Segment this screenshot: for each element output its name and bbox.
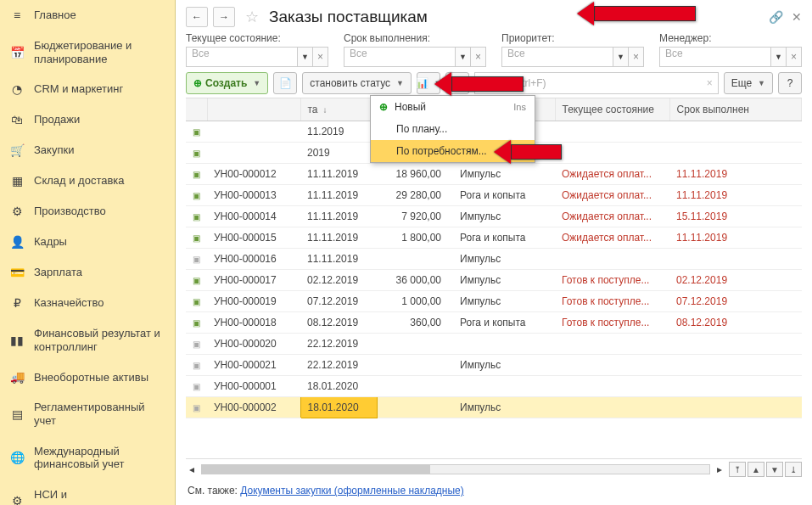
chevron-down-icon[interactable]: ▼ [298, 47, 313, 67]
clear-icon[interactable]: × [313, 47, 328, 67]
factory-icon: ⚙ [10, 205, 24, 218]
nav-down-button[interactable]: ▼ [766, 462, 783, 477]
cell-doc: УН00-000017 [207, 270, 300, 291]
boxes-icon: ▦ [10, 174, 24, 188]
table-row[interactable]: ▣УН00-00000218.01.2020Импульс [186, 397, 802, 418]
link-icon[interactable]: 🔗 [769, 10, 783, 24]
cell-state: Готов к поступле... [555, 291, 669, 312]
clear-icon[interactable]: × [787, 47, 802, 67]
footer-prefix: См. также: [188, 485, 240, 497]
filter-manager-select[interactable]: Все [659, 47, 771, 67]
nav-bottom-button[interactable]: ⤓ [785, 462, 802, 477]
col-date[interactable]: та↓ [300, 98, 377, 121]
cell-supplier: Рога и копыта [453, 312, 555, 334]
chevron-down-icon[interactable]: ▼ [456, 47, 471, 67]
sidebar-item-crm[interactable]: ◔CRM и маркетинг [0, 74, 175, 104]
footer-link[interactable]: Документы закупки (оформленные накладные… [240, 485, 464, 497]
forward-button[interactable]: → [213, 7, 235, 27]
table-row[interactable]: ▣УН00-00002122.12.2019Импульс [186, 355, 802, 376]
cell-due: 15.11.2019 [669, 206, 802, 227]
sidebar-item-label: Продажи [34, 113, 165, 126]
sidebar-item-intlaccount[interactable]: 🌐Международный финансовый учет [0, 436, 175, 480]
close-icon[interactable]: ✕ [792, 10, 802, 24]
filter-state-select[interactable]: Все [186, 47, 298, 67]
dd-by-needs[interactable]: По потребностям... [371, 140, 535, 162]
chevron-down-icon[interactable]: ▼ [613, 47, 629, 67]
scroll-thumb[interactable] [202, 465, 430, 474]
print-button[interactable]: 🖨 [445, 72, 469, 94]
cell-due: 08.12.2019 [669, 312, 802, 334]
sidebar-item-label: Главное [34, 8, 165, 22]
clear-icon[interactable]: × [707, 77, 713, 89]
table-row[interactable]: ▣УН00-00001611.11.2019Импульс [186, 249, 802, 270]
sidebar-item-admin[interactable]: ⚙НСИ и администрирование [0, 480, 175, 505]
document-icon: ▣ [193, 361, 200, 370]
cart-icon: 🛒 [10, 143, 24, 157]
cell-state: Ожидается оплат... [555, 185, 669, 206]
gear-icon: ⚙ [10, 494, 24, 505]
clear-icon[interactable]: × [629, 47, 644, 67]
help-button[interactable]: ? [778, 72, 802, 94]
sidebar-item-budget[interactable]: 📅Бюджетирование и планирование [0, 31, 175, 74]
col-state[interactable]: Текущее состояние [555, 98, 669, 121]
sidebar-item-finresult[interactable]: ▮▮Финансовый результат и контроллинг [0, 318, 175, 362]
sidebar-item-warehouse[interactable]: ▦Склад и доставка [0, 166, 175, 196]
search-field[interactable]: Поиск (Ctrl+F) × [474, 72, 719, 94]
col-due[interactable]: Срок выполнен [669, 98, 802, 121]
document-icon: ▣ [193, 318, 200, 328]
sidebar-item-payroll[interactable]: 💳Зарплата [0, 257, 175, 288]
person-icon: 👤 [10, 235, 24, 249]
col-icon[interactable] [186, 98, 207, 121]
table-row[interactable]: ▣УН00-00001311.11.201929 280,00Рога и ко… [186, 185, 802, 206]
table-row[interactable]: ▣УН00-00001808.12.2019360,00Рога и копыт… [186, 312, 802, 334]
sidebar-item-label: Международный финансовый учет [34, 445, 165, 471]
create-button[interactable]: ⊕ Создать ▼ [186, 72, 268, 94]
cell-doc: УН00-000019 [207, 291, 300, 312]
page-title: Заказы поставщикам [269, 8, 428, 26]
dd-new[interactable]: ⊕ Новый Ins [371, 96, 535, 118]
star-icon[interactable]: ☆ [245, 8, 259, 26]
scroll-left-icon[interactable]: ◂ [186, 463, 198, 475]
dd-by-plan[interactable]: По плану... [371, 118, 535, 140]
sidebar-item-main[interactable]: ≡Главное [0, 0, 175, 31]
filter-priority-select[interactable]: Все [501, 47, 613, 67]
cell-date: 11.11.2019 [300, 185, 377, 206]
table-row[interactable]: ▣УН00-00001411.11.20197 920,00ИмпульсОжи… [186, 206, 802, 227]
scroll-right-icon[interactable]: ▸ [714, 463, 725, 475]
cell-icon: ▣ [186, 206, 207, 227]
sidebar-item-label: Казначейство [34, 296, 165, 310]
cell-date: 2019 [300, 143, 377, 164]
sidebar-item-production[interactable]: ⚙Производство [0, 196, 175, 227]
set-status-button[interactable]: становить статус ▼ [302, 72, 412, 94]
scroll-row: ◂ ▸ ⤒ ▲ ▼ ⤓ [186, 458, 802, 480]
sidebar-item-purchases[interactable]: 🛒Закупки [0, 135, 175, 166]
table-row[interactable]: ▣УН00-00000118.01.2020 [186, 376, 802, 397]
clear-icon[interactable]: × [471, 47, 486, 67]
footer: См. также: Документы закупки (оформленны… [186, 480, 802, 505]
cell-icon: ▣ [186, 355, 207, 376]
filter-priority: Приоритет: Все ▼ × [501, 32, 644, 67]
table-row[interactable]: ▣УН00-00002022.12.2019 [186, 334, 802, 355]
report-button[interactable]: 📊▼ [417, 72, 440, 94]
filter-due-select[interactable]: Все [344, 47, 456, 67]
chevron-down-icon[interactable]: ▼ [771, 47, 787, 67]
sidebar-item-hr[interactable]: 👤Кадры [0, 227, 175, 257]
table-row[interactable]: ▣УН00-00001511.11.20191 800,00Рога и коп… [186, 227, 802, 249]
nav-top-button[interactable]: ⤒ [729, 462, 746, 477]
back-button[interactable]: ← [186, 7, 208, 27]
col-number[interactable] [207, 98, 300, 121]
table-row[interactable]: ▣УН00-00001907.12.20191 000,00ИмпульсГот… [186, 291, 802, 312]
table-row[interactable]: ▣УН00-00001211.11.201918 960,00ИмпульсОж… [186, 164, 802, 185]
document-icon: ▣ [193, 149, 200, 158]
copy-button[interactable]: 📄 [273, 72, 297, 94]
more-button[interactable]: Еще ▼ [724, 72, 773, 94]
sidebar-item-sales[interactable]: 🛍Продажи [0, 104, 175, 135]
sidebar-item-assets[interactable]: 🚚Внеоборотные активы [0, 362, 175, 392]
nav-up-button[interactable]: ▲ [748, 462, 764, 477]
sidebar-item-regaccount[interactable]: ▤Регламентированный учет [0, 392, 175, 435]
table-row[interactable]: ▣УН00-00001702.12.201936 000,00ИмпульсГо… [186, 270, 802, 291]
cell-date: 11.11.2019 [300, 164, 377, 185]
cell-supplier: Импульс [453, 397, 555, 418]
horizontal-scrollbar[interactable] [201, 464, 710, 474]
sidebar-item-treasury[interactable]: ₽Казначейство [0, 288, 175, 318]
